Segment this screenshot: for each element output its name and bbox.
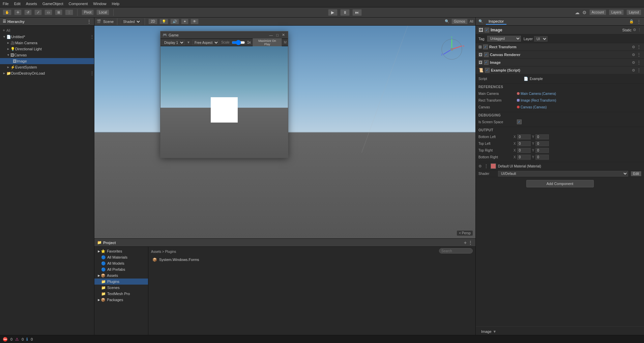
hier-item-dontdestroy[interactable]: ► 📁 DontDestroyOnLoad ⋮: [0, 70, 94, 76]
extra-tool[interactable]: ⋮: [65, 9, 73, 15]
menu-gameobject[interactable]: GameObject: [42, 2, 63, 6]
plugins-item[interactable]: 📁 Plugins: [94, 279, 148, 285]
project-more[interactable]: ⋮: [468, 240, 473, 245]
hier-item-dirlight[interactable]: ► 💡 Directional Light: [0, 46, 94, 52]
all-materials[interactable]: 🔵 All Materials: [94, 254, 148, 260]
component-more1[interactable]: ⋮: [638, 28, 641, 32]
gizmos-button[interactable]: Gizmos: [451, 19, 468, 24]
image-settings[interactable]: ⚙: [632, 60, 635, 65]
material-color-swatch[interactable]: [491, 163, 496, 169]
rotate-tool[interactable]: ↺: [24, 9, 32, 15]
settings-icon[interactable]: ⚙: [582, 10, 587, 15]
tab-inspector[interactable]: Inspector: [486, 19, 506, 25]
hier-item-image[interactable]: 🖼 Image: [0, 58, 94, 64]
scene-2d-button[interactable]: 2D: [148, 19, 157, 24]
mat-more[interactable]: ⋮: [484, 163, 489, 169]
rect-tool[interactable]: ▭: [45, 9, 52, 15]
menu-file[interactable]: File: [3, 2, 9, 6]
hierarchy-add[interactable]: +: [3, 28, 5, 33]
canvas-renderer-header[interactable]: 🖼 ✓ Canvas Renderer ⚙ ⋮: [476, 51, 644, 58]
hierarchy-menu[interactable]: ⋮: [87, 19, 91, 24]
mat-settings[interactable]: ⚙: [478, 164, 482, 168]
canvas-renderer-checkbox[interactable]: ✓: [484, 52, 489, 57]
packages-header[interactable]: ► 📦 Packages: [94, 297, 148, 303]
inspector-more[interactable]: ⋮: [637, 19, 641, 24]
scale-slider[interactable]: [232, 40, 245, 45]
game-minimize[interactable]: —: [268, 33, 274, 37]
scene-gizmo[interactable]: X Y Z: [438, 36, 465, 63]
bottom-right-y[interactable]: [535, 155, 549, 160]
top-left-y[interactable]: [535, 141, 549, 146]
shader-select[interactable]: UI/Default: [498, 171, 628, 177]
image-more[interactable]: ⋮: [637, 60, 641, 65]
project-search[interactable]: [439, 248, 473, 254]
collab-icon[interactable]: ☁: [575, 10, 580, 15]
menu-window[interactable]: Window: [93, 2, 106, 6]
hier-item-canvas[interactable]: ▼ 🖼 Canvas: [0, 52, 94, 58]
bottom-left-x[interactable]: [517, 134, 531, 139]
aspect-select[interactable]: Free Aspect: [192, 40, 219, 45]
scale-tool[interactable]: ⤢: [34, 9, 42, 15]
play-button[interactable]: ▶: [328, 9, 338, 16]
bottom-left-y[interactable]: [535, 134, 549, 139]
hier-item-eventsystem[interactable]: ► ⚡ EventSystem: [0, 64, 94, 70]
canvas-renderer-more[interactable]: ⋮: [637, 52, 641, 57]
scene-hidden-button[interactable]: 👁: [191, 19, 199, 24]
image-comp-checkbox[interactable]: ✓: [484, 60, 489, 65]
scene-fx-button[interactable]: ✦: [181, 19, 188, 24]
bottom-right-x[interactable]: [517, 155, 531, 160]
assets-header[interactable]: ► 📦 Assets: [94, 272, 148, 279]
shader-edit-button[interactable]: Edit: [631, 171, 641, 176]
layer-select[interactable]: UI: [534, 36, 548, 42]
settings-dots1[interactable]: ⚙: [633, 28, 636, 32]
hier-more-dontdestroy[interactable]: ⋮: [90, 71, 94, 76]
file-system-windows-forms[interactable]: 📦 System.Windows.Forms: [151, 256, 473, 263]
rect-more[interactable]: ⋮: [637, 44, 641, 50]
account-button[interactable]: Account: [589, 9, 606, 15]
image-dropdown-arrow[interactable]: ▼: [493, 329, 497, 334]
pivot-button[interactable]: Pivot: [82, 9, 94, 15]
is-screen-space-checkbox[interactable]: ✓: [517, 120, 522, 124]
menu-edit[interactable]: Edit: [14, 2, 21, 6]
scene-audio-button[interactable]: 🔊: [170, 19, 179, 24]
canvas-renderer-settings[interactable]: ⚙: [632, 53, 635, 57]
hier-more-untitled[interactable]: ⋮: [90, 34, 94, 39]
image-comp-header[interactable]: 🖼 ✓ Image ⚙ ⋮: [476, 59, 644, 66]
display-select[interactable]: Display 1: [162, 40, 185, 45]
lock-icon[interactable]: 🔒: [629, 19, 634, 24]
hier-item-untitled[interactable]: ▼ 📄 Untitled* ⋮: [0, 34, 94, 40]
game-maximize[interactable]: □: [275, 33, 280, 37]
move-tool[interactable]: ✛: [14, 9, 22, 15]
all-models[interactable]: 🔵 All Models: [94, 260, 148, 266]
example-more[interactable]: ⋮: [637, 68, 641, 73]
image-enabled-checkbox[interactable]: ✓: [485, 28, 489, 32]
top-right-y[interactable]: [535, 148, 549, 153]
layers-button[interactable]: Layers: [609, 9, 624, 15]
top-right-x[interactable]: [517, 148, 531, 153]
rect-transform-header[interactable]: ⊞ ✓ Rect Transform ⚙ ⋮: [476, 43, 644, 51]
step-button[interactable]: ⏭: [352, 9, 362, 16]
all-tool[interactable]: ⊞: [55, 9, 62, 15]
project-add[interactable]: +: [464, 240, 467, 245]
pause-button[interactable]: ⏸: [340, 9, 350, 16]
scenes-item[interactable]: 📁 Scenes: [94, 285, 148, 291]
favorites-header[interactable]: ► ⭐ Favorites: [94, 248, 148, 254]
menu-component[interactable]: Component: [68, 2, 88, 6]
local-button[interactable]: Local: [96, 9, 109, 15]
top-left-x[interactable]: [517, 141, 531, 146]
tag-select[interactable]: Untagged: [487, 36, 521, 42]
hand-tool[interactable]: ✋: [3, 9, 11, 15]
example-settings[interactable]: ⚙: [632, 68, 635, 73]
menu-help[interactable]: Help: [112, 2, 119, 6]
game-close[interactable]: ✕: [281, 33, 286, 37]
add-component-button[interactable]: Add Component: [526, 180, 594, 187]
hier-item-maincamera[interactable]: ► 🎥 Main Camera: [0, 40, 94, 46]
all-prefabs[interactable]: 🔵 All Prefabs: [94, 266, 148, 272]
textmesh-item[interactable]: 📁 TextMesh Pro: [94, 291, 148, 297]
maximize-on-play[interactable]: Maximize On Play: [253, 38, 282, 47]
shading-mode-select[interactable]: Shaded: [121, 19, 141, 24]
rect-settings[interactable]: ⚙: [632, 45, 635, 49]
example-script-header[interactable]: 📜 ✓ Example (Script) ⚙ ⋮: [476, 67, 644, 74]
menu-assets[interactable]: Assets: [26, 2, 37, 6]
layout-button[interactable]: Layout: [626, 9, 641, 15]
